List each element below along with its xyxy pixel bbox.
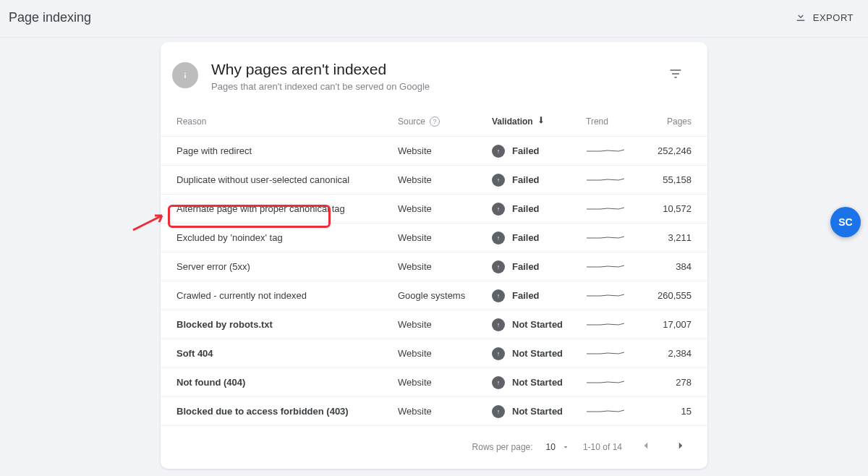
cell-reason: Blocked by robots.txt — [176, 319, 398, 330]
prev-page-button[interactable] — [635, 436, 657, 457]
cell-reason: Not found (404) — [176, 377, 398, 388]
table-row[interactable]: Blocked due to access forbidden (403)Web… — [161, 396, 707, 425]
th-source[interactable]: Source ? — [398, 116, 492, 127]
help-icon[interactable]: ? — [430, 116, 440, 127]
sparkline-icon — [586, 318, 625, 329]
table-footer: Rows per page: 10 1-10 of 14 — [161, 425, 707, 464]
cell-source: Website — [398, 348, 492, 359]
cell-reason: Page with redirect — [176, 145, 398, 156]
cell-validation: Not Started — [492, 347, 586, 360]
cell-validation: Failed — [492, 145, 586, 158]
cell-pages: 15 — [645, 406, 692, 417]
alert-icon — [492, 289, 505, 302]
cell-reason: Server error (5xx) — [176, 261, 398, 272]
cell-pages: 260,555 — [645, 290, 692, 301]
page-range-label: 1-10 of 14 — [583, 442, 622, 452]
validation-text: Failed — [512, 145, 540, 156]
cell-validation: Not Started — [492, 405, 586, 418]
cell-source: Website — [398, 319, 492, 330]
cell-validation: Failed — [492, 203, 586, 216]
cell-pages: 2,384 — [645, 348, 692, 359]
cell-trend — [586, 318, 645, 331]
table-header: Reason Source ? Validation Trend Pages — [161, 102, 707, 136]
sparkline-icon — [586, 144, 625, 156]
validation-text: Failed — [512, 261, 540, 272]
alert-icon — [492, 376, 505, 389]
validation-text: Failed — [512, 174, 540, 185]
sparkline-icon — [586, 404, 625, 416]
cell-trend — [586, 289, 645, 302]
cell-trend — [586, 173, 645, 187]
alert-icon — [492, 174, 505, 187]
validation-text: Not Started — [512, 377, 563, 388]
info-icon — [172, 62, 198, 88]
cell-source: Website — [398, 232, 492, 243]
th-reason[interactable]: Reason — [176, 116, 398, 127]
cell-source: Website — [398, 145, 492, 156]
sparkline-icon — [586, 173, 625, 184]
card-header: Why pages aren't indexed Pages that aren… — [161, 42, 707, 102]
cell-reason: Soft 404 — [176, 348, 398, 359]
validation-text: Failed — [512, 232, 540, 243]
export-button[interactable]: EXPORT — [791, 6, 856, 30]
export-label: EXPORT — [813, 12, 854, 23]
table-row[interactable]: Not found (404)WebsiteNot Started278 — [161, 367, 707, 396]
cell-pages: 10,572 — [645, 203, 692, 214]
table-row[interactable]: Alternate page with proper canonical tag… — [161, 194, 707, 223]
th-validation[interactable]: Validation — [492, 115, 586, 127]
cell-trend — [586, 202, 645, 216]
validation-text: Not Started — [512, 406, 563, 417]
cell-trend — [586, 404, 645, 418]
table-row[interactable]: Server error (5xx)WebsiteFailed384 — [161, 252, 707, 281]
th-trend[interactable]: Trend — [586, 116, 645, 127]
dropdown-icon — [561, 443, 570, 451]
cell-pages: 3,211 — [645, 232, 692, 243]
th-validation-label: Validation — [492, 116, 533, 127]
cell-validation: Failed — [492, 231, 586, 245]
cell-reason: Duplicate without user-selected canonica… — [176, 174, 398, 185]
user-initials: SC — [838, 216, 852, 228]
download-icon — [794, 10, 807, 25]
cell-pages: 17,007 — [645, 319, 692, 330]
cell-validation: Not Started — [492, 318, 586, 331]
alert-icon — [492, 347, 505, 360]
cell-validation: Failed — [492, 260, 586, 273]
table-row[interactable]: Blocked by robots.txtWebsiteNot Started1… — [161, 310, 707, 339]
validation-text: Failed — [512, 203, 540, 214]
validation-text: Not Started — [512, 348, 563, 359]
cell-pages: 278 — [645, 377, 692, 388]
table-row[interactable]: Duplicate without user-selected canonica… — [161, 165, 707, 194]
th-pages[interactable]: Pages — [645, 116, 692, 127]
cell-pages: 55,158 — [645, 174, 692, 185]
alert-icon — [492, 260, 505, 273]
cell-validation: Failed — [492, 289, 586, 302]
next-page-button[interactable] — [670, 436, 692, 457]
page-title: Page indexing — [9, 10, 91, 25]
table-body: Page with redirectWebsiteFailed252,246Du… — [161, 136, 707, 425]
cell-source: Website — [398, 377, 492, 388]
reasons-card: Why pages aren't indexed Pages that aren… — [161, 42, 707, 469]
sparkline-icon — [586, 260, 625, 271]
alert-icon — [492, 203, 505, 216]
table-row[interactable]: Page with redirectWebsiteFailed252,246 — [161, 136, 707, 165]
cell-pages: 384 — [645, 261, 692, 272]
cell-trend — [586, 144, 645, 158]
table-row[interactable]: Soft 404WebsiteNot Started2,384 — [161, 339, 707, 367]
rows-per-page-select[interactable]: 10 — [546, 442, 570, 452]
user-avatar-fab[interactable]: SC — [830, 207, 861, 237]
table-row[interactable]: Crawled - currently not indexedGoogle sy… — [161, 281, 707, 310]
cell-reason: Alternate page with proper canonical tag — [176, 203, 398, 214]
table-row[interactable]: Excluded by 'noindex' tagWebsiteFailed3,… — [161, 223, 707, 252]
cell-source: Website — [398, 203, 492, 214]
cell-source: Website — [398, 406, 492, 417]
rows-per-page-value: 10 — [546, 442, 556, 452]
cell-reason: Excluded by 'noindex' tag — [176, 232, 398, 243]
cell-validation: Not Started — [492, 376, 586, 389]
cell-trend — [586, 375, 645, 389]
cell-reason: Blocked due to access forbidden (403) — [176, 406, 398, 417]
alert-icon — [492, 405, 505, 418]
cell-pages: 252,246 — [645, 145, 692, 156]
cell-source: Website — [398, 261, 492, 272]
topbar: Page indexing EXPORT — [0, 0, 868, 38]
filter-button[interactable] — [664, 62, 687, 88]
